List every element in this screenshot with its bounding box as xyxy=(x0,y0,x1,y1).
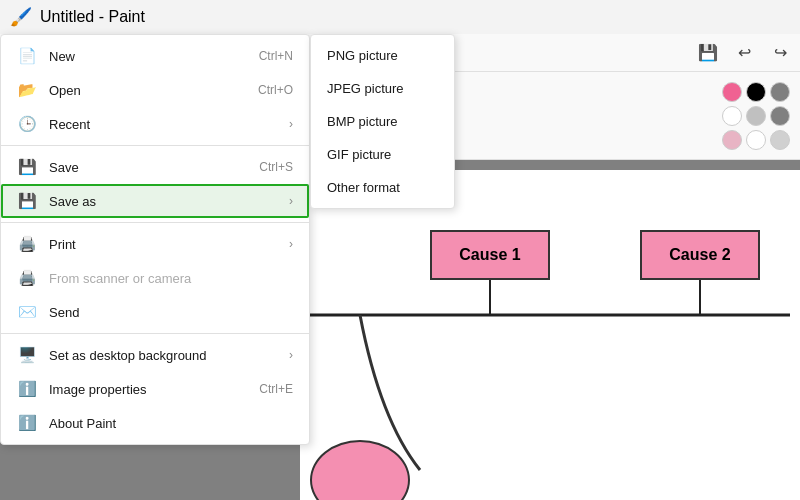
desktop-icon: 🖥️ xyxy=(17,346,37,364)
color-swatch-gray1[interactable] xyxy=(770,82,790,102)
save-label: Save xyxy=(49,160,247,175)
app-icon: 🖌️ xyxy=(10,6,32,28)
color-swatch-lightgray[interactable] xyxy=(770,130,790,150)
recent-icon: 🕒 xyxy=(17,115,37,133)
about-icon: ℹ️ xyxy=(17,414,37,432)
png-label: PNG picture xyxy=(327,48,398,63)
about-label: About Paint xyxy=(49,416,293,431)
saveas-other[interactable]: Other format xyxy=(311,171,454,204)
menu-item-desktop[interactable]: 🖥️ Set as desktop background › xyxy=(1,338,309,372)
other-label: Other format xyxy=(327,180,400,195)
canvas: Cause 1 Cause 2 xyxy=(300,170,800,500)
menu-item-properties[interactable]: ℹ️ Image properties Ctrl+E xyxy=(1,372,309,406)
properties-label: Image properties xyxy=(49,382,247,397)
save-icon-btn[interactable]: 💾 xyxy=(694,39,722,67)
recent-arrow: › xyxy=(289,117,293,131)
open-label: Open xyxy=(49,83,246,98)
open-icon: 📂 xyxy=(17,81,37,99)
divider-1 xyxy=(1,145,309,146)
menu-item-print[interactable]: 🖨️ Print › xyxy=(1,227,309,261)
menu-bar-icons: 💾 ↩ ↪ xyxy=(694,39,794,67)
menu-item-recent[interactable]: 🕒 Recent › xyxy=(1,107,309,141)
color-swatch-silver[interactable] xyxy=(746,106,766,126)
jpeg-label: JPEG picture xyxy=(327,81,404,96)
saveas-submenu: PNG picture JPEG picture BMP picture GIF… xyxy=(310,34,455,209)
divider-3 xyxy=(1,333,309,334)
save-shortcut: Ctrl+S xyxy=(259,160,293,174)
gif-label: GIF picture xyxy=(327,147,391,162)
properties-icon: ℹ️ xyxy=(17,380,37,398)
scanner-label: From scanner or camera xyxy=(49,271,293,286)
saveas-arrow: › xyxy=(289,194,293,208)
color-swatch-lightpink[interactable] xyxy=(722,130,742,150)
menu-item-new[interactable]: 📄 New Ctrl+N xyxy=(1,39,309,73)
color-swatch-pink[interactable] xyxy=(722,82,742,102)
send-icon: ✉️ xyxy=(17,303,37,321)
send-label: Send xyxy=(49,305,293,320)
open-shortcut: Ctrl+O xyxy=(258,83,293,97)
menu-item-save[interactable]: 💾 Save Ctrl+S xyxy=(1,150,309,184)
menu-item-send[interactable]: ✉️ Send xyxy=(1,295,309,329)
desktop-label: Set as desktop background xyxy=(49,348,277,363)
print-label: Print xyxy=(49,237,277,252)
new-label: New xyxy=(49,49,247,64)
redo-icon-btn[interactable]: ↪ xyxy=(766,39,794,67)
saveas-png[interactable]: PNG picture xyxy=(311,39,454,72)
color-swatch-white[interactable] xyxy=(722,106,742,126)
undo-icon-btn[interactable]: ↩ xyxy=(730,39,758,67)
file-dropdown: 📄 New Ctrl+N 📂 Open Ctrl+O 🕒 Recent › 💾 … xyxy=(0,34,310,445)
title-bar-text: Untitled - Paint xyxy=(40,8,145,26)
color-swatch-black[interactable] xyxy=(746,82,766,102)
saveas-gif[interactable]: GIF picture xyxy=(311,138,454,171)
color-palette xyxy=(722,78,790,153)
saveas-label: Save as xyxy=(49,194,277,209)
menu-item-open[interactable]: 📂 Open Ctrl+O xyxy=(1,73,309,107)
menu-item-scanner: 🖨️ From scanner or camera xyxy=(1,261,309,295)
menu-item-about[interactable]: ℹ️ About Paint xyxy=(1,406,309,440)
recent-label: Recent xyxy=(49,117,277,132)
saveas-icon: 💾 xyxy=(17,192,37,210)
color-swatch-white2[interactable] xyxy=(746,130,766,150)
bmp-label: BMP picture xyxy=(327,114,398,129)
desktop-arrow: › xyxy=(289,348,293,362)
save-icon: 💾 xyxy=(17,158,37,176)
saveas-jpeg[interactable]: JPEG picture xyxy=(311,72,454,105)
print-icon: 🖨️ xyxy=(17,235,37,253)
new-shortcut: Ctrl+N xyxy=(259,49,293,63)
color-swatch-gray2[interactable] xyxy=(770,106,790,126)
properties-shortcut: Ctrl+E xyxy=(259,382,293,396)
print-arrow: › xyxy=(289,237,293,251)
divider-2 xyxy=(1,222,309,223)
scanner-icon: 🖨️ xyxy=(17,269,37,287)
new-icon: 📄 xyxy=(17,47,37,65)
saveas-bmp[interactable]: BMP picture xyxy=(311,105,454,138)
menu-item-saveas[interactable]: 💾 Save as › xyxy=(1,184,309,218)
title-bar: 🖌️ Untitled - Paint xyxy=(0,0,800,34)
